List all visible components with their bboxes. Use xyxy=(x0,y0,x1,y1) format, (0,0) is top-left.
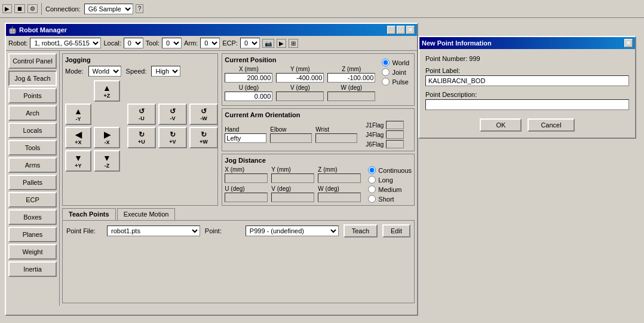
close-button[interactable]: ✕ xyxy=(406,26,415,34)
teach-button[interactable]: Teach xyxy=(344,224,378,237)
elbow-input xyxy=(270,133,312,143)
tab-execute-motion[interactable]: Execute Motion xyxy=(117,208,176,220)
point-desc-field-label: Point Description: xyxy=(425,91,629,98)
radio-short-input[interactable] xyxy=(368,195,376,203)
dist-v-field: V (deg) xyxy=(271,185,314,202)
point-file-label: Point File: xyxy=(66,227,102,234)
speed-select[interactable]: High xyxy=(151,66,180,77)
radio-pulse-input[interactable] xyxy=(382,78,390,86)
current-position-panel: Current Position X (mm) Y (mm) xyxy=(222,53,415,106)
sidebar-item-ecp[interactable]: ECP xyxy=(8,192,57,208)
jog-neg-v-button[interactable]: ↺ -V xyxy=(158,103,187,125)
radio-long-input[interactable] xyxy=(368,176,376,184)
arm-select[interactable]: 0 xyxy=(200,38,220,48)
sidebar-item-planes[interactable]: Planes xyxy=(8,227,57,242)
sidebar-item-boxes[interactable]: Boxes xyxy=(8,209,57,225)
jog-neg-z-button[interactable]: ▼ -Z xyxy=(94,150,120,172)
point-file-select[interactable]: robot1.pts xyxy=(107,226,200,236)
sidebar-item-tools[interactable]: Tools xyxy=(8,140,57,156)
jog-neg-x-button[interactable]: ▶ -X xyxy=(94,127,120,148)
robot-select[interactable]: 1, robot1, G6-5515 xyxy=(30,38,101,48)
u-input[interactable] xyxy=(225,92,272,101)
jog-pos-w-button[interactable]: ↻ +W xyxy=(189,127,218,148)
radio-long-label: Long xyxy=(378,176,392,184)
wrist-field: Wrist xyxy=(315,126,357,143)
jog-neg-y-button[interactable]: ▲ -Y xyxy=(65,103,91,125)
point-select[interactable]: P999 - (undefined) xyxy=(246,226,339,236)
dist-y-label: Y (mm) xyxy=(271,166,314,173)
point-label-input[interactable] xyxy=(425,75,629,86)
toolbar-btn-1[interactable]: ▶ xyxy=(2,4,12,13)
dist-z-input[interactable] xyxy=(318,173,361,183)
z-label: Z (mm) xyxy=(342,66,361,72)
grid-button[interactable]: ⊞ xyxy=(289,39,298,48)
ecp-label: ECP: xyxy=(222,39,238,47)
content-area: Jogging Mode: World Speed: High xyxy=(60,51,417,306)
connection-select[interactable]: G6 Sample xyxy=(84,4,133,14)
y-input[interactable] xyxy=(276,73,324,83)
j6flag-row: J6Flag xyxy=(366,140,404,148)
sidebar-item-points[interactable]: Points xyxy=(8,88,57,103)
local-select[interactable]: 0 xyxy=(124,38,143,48)
sidebar-item-jog-teach[interactable]: Jog & Teach xyxy=(8,71,57,86)
robot-manager-window: 🤖 Robot Manager _ □ ✕ Robot: 1, robot1, … xyxy=(5,23,418,316)
toolbar-btn-3[interactable]: ⚙ xyxy=(27,4,38,13)
x-input[interactable] xyxy=(225,73,272,83)
dist-u-label: U (deg) xyxy=(225,185,268,192)
jog-dist-radios: Continuous Long Medium xyxy=(368,166,412,203)
tab-teach-points[interactable]: Teach Points xyxy=(62,208,116,220)
z-input[interactable] xyxy=(327,73,375,83)
w-label: W (deg) xyxy=(341,84,363,91)
new-point-dialog: New Point Information ✕ Point Number: 99… xyxy=(418,36,636,139)
jog-pos-v-button[interactable]: ↻ +V xyxy=(158,127,187,148)
position-title: Current Position xyxy=(225,56,376,63)
mode-label: Mode: xyxy=(65,68,84,75)
point-desc-input[interactable] xyxy=(425,99,629,110)
radio-short-label: Short xyxy=(378,196,394,203)
dist-w-input[interactable] xyxy=(318,193,361,202)
jog-pos-y-button[interactable]: ▼ +Y xyxy=(65,150,91,172)
radio-world-input[interactable] xyxy=(382,59,390,66)
radio-medium-input[interactable] xyxy=(368,185,376,193)
connection-label: Connection: xyxy=(45,5,81,13)
jog-pos-u-button[interactable]: ↻ +U xyxy=(127,127,156,148)
jog-neg-u-button[interactable]: ↺ -U xyxy=(127,103,156,125)
jog-pos-z-button[interactable]: ▲ +Z xyxy=(94,80,120,102)
sidebar-item-inertia[interactable]: Inertia xyxy=(8,261,57,277)
maximize-button[interactable]: □ xyxy=(397,26,405,34)
title-bar-controls: _ □ ✕ xyxy=(387,26,415,34)
sidebar-item-locals[interactable]: Locals xyxy=(8,123,57,138)
separator xyxy=(41,3,42,15)
dialog-close-button[interactable]: ✕ xyxy=(624,39,633,47)
radio-continuous-label: Continuous xyxy=(378,167,412,174)
window-title-bar: 🤖 Robot Manager _ □ ✕ xyxy=(6,24,417,36)
radio-long: Long xyxy=(368,176,412,184)
sidebar-item-pallets[interactable]: Pallets xyxy=(8,175,57,190)
arm-title: Current Arm Orientation xyxy=(225,111,412,118)
radio-joint-input[interactable] xyxy=(382,68,390,76)
sidebar-item-weight[interactable]: Weight xyxy=(8,244,57,260)
tool-select[interactable]: 0 xyxy=(162,38,182,48)
dist-u-input[interactable] xyxy=(225,193,268,202)
pos-row-uvw: U (deg) V (deg) W (deg) xyxy=(225,84,376,101)
mode-select[interactable]: World xyxy=(88,66,121,77)
toolbar-btn-2[interactable]: ⏹ xyxy=(14,4,25,13)
dist-x-input[interactable] xyxy=(225,173,268,183)
jog-pos-x-button[interactable]: ◀ +X xyxy=(65,127,91,148)
jog-neg-w-button[interactable]: ↺ -W xyxy=(189,103,218,125)
arm-fields-row: Hand Elbow Wrist xyxy=(225,121,412,148)
dist-y-input[interactable] xyxy=(271,173,314,183)
cancel-button[interactable]: Cancel xyxy=(528,118,574,132)
minimize-button[interactable]: _ xyxy=(387,26,395,34)
sidebar-item-arms[interactable]: Arms xyxy=(8,157,57,173)
camera-button[interactable]: 📷 xyxy=(262,39,274,48)
dist-v-input[interactable] xyxy=(271,193,314,202)
play-button[interactable]: ▶ xyxy=(277,39,286,48)
ok-button[interactable]: OK xyxy=(480,118,522,132)
sidebar-item-control-panel[interactable]: Control Panel xyxy=(8,53,57,69)
radio-continuous-input[interactable] xyxy=(368,166,376,174)
help-button[interactable]: ? xyxy=(136,4,144,13)
ecp-select[interactable]: 0 xyxy=(240,38,260,48)
edit-button[interactable]: Edit xyxy=(382,224,410,237)
sidebar-item-arch[interactable]: Arch xyxy=(8,105,57,121)
